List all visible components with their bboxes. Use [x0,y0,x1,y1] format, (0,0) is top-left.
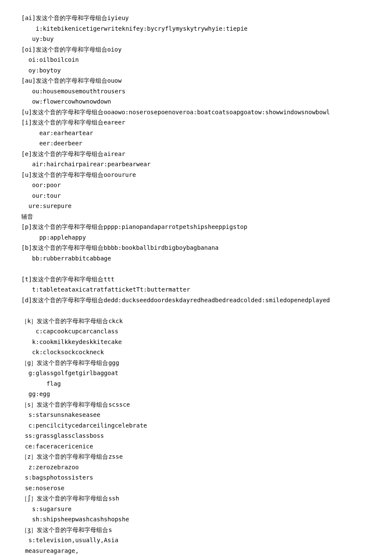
text-line: c:capcookcupcarcanclass [21,326,371,337]
text-line [21,263,371,274]
text-line: se:noserose [21,483,371,494]
text-line: 辅音 [21,211,371,222]
text-line: [au]发这个音的字母和字母组合ouow [21,75,371,86]
text-line: t:tableteataxicatratfatticketTt:butterma… [21,284,371,295]
text-line: [p]发这个音的字母和字母组合pppp:pianopandaparrotpets… [21,222,371,232]
text-line: g:glassgolfgetgirlbaggoat [21,368,371,379]
text-line: sh:shipsheepwashcashshopshe [21,514,371,525]
text-line: ［s］发这个音的字母和字母组合scssce [21,399,371,410]
text-line: ure:surepure [21,201,371,211]
text-line: ear:earheartear [21,128,371,139]
text-line: flag [21,379,371,389]
document-content: [ai]发这个音的字母和字母组合iyieuy i:kitebikenicetig… [21,13,371,555]
text-line: oi:oilboilcoin [21,55,371,65]
text-line: ck:clocksockcockneck [21,347,371,358]
text-line: i:kitebikenicetigerwriteknifey:bycryflym… [21,23,371,34]
text-line: ［∫］发这个音的字母和字母组合ssh [21,493,371,504]
text-line: [oi]发这个音的字母和字母组合oioy [21,44,371,55]
text-line: [t]发这个音的字母和字母组合ttt [21,274,371,285]
text-line: pp:applehappy [21,232,371,243]
text-line: z:zerozebrazoo [21,462,371,473]
text-line: ［ʒ］发这个音的字母和字母组合s [21,525,371,535]
text-line: uy:buy [21,34,371,44]
text-line: s:television,usually,Asia [21,535,371,546]
text-line: ce:faceracericenice [21,441,371,452]
text-line: c:pencilcitycedarceilingcelebrate [21,420,371,431]
text-line: [i]发这个音的字母和字母组合eareer [21,117,371,128]
text-line: oor:poor [21,180,371,191]
text-line: s:starsunsnakeseasee [21,410,371,420]
text-line: [u]发这个音的字母和字母组合ooaowo:noserosepoenoveroa… [21,107,371,118]
text-line: ow:flowercowhownowdown [21,96,371,107]
text-line: measureagarage, [21,546,371,555]
text-line: [ai]发这个音的字母和字母组合iyieuy [21,13,371,23]
text-line: our:tour [21,191,371,201]
text-line: ［k］发这个音的字母和字母组合ckck [21,316,371,327]
text-line: [u]发这个音的字母和字母组合oorourure [21,170,371,180]
text-line: s:sugarsure [21,504,371,515]
text-line: eer:deerbeer [21,138,371,149]
text-line: ［z］发这个音的字母和字母组合zsse [21,451,371,462]
text-line [21,305,371,316]
text-line: bb:rubberrabbitcabbage [21,253,371,264]
text-line: ss:grassglassclassboss [21,431,371,441]
text-line: [d]发这个音的字母和字母组合dedd:duckseeddoordeskdayr… [21,295,371,306]
text-line: [b]发这个音的字母和字母组合bbbb:bookballbirdbigboyba… [21,243,371,253]
text-line: [e]发这个音的字母和字母组合airear [21,149,371,159]
text-line: air:hairchairpairear:pearbearwear [21,159,371,170]
text-line: oy:boytoy [21,65,371,76]
text-line: ou:housemousemou​thtrousers [21,86,371,97]
text-line: k:cookmilkkeydeskkitecake [21,337,371,347]
text-line: ［g］发这个音的字母和字母组合ggg [21,358,371,368]
text-line: s:bagsphotossisters [21,472,371,483]
text-line: gg:egg [21,389,371,399]
